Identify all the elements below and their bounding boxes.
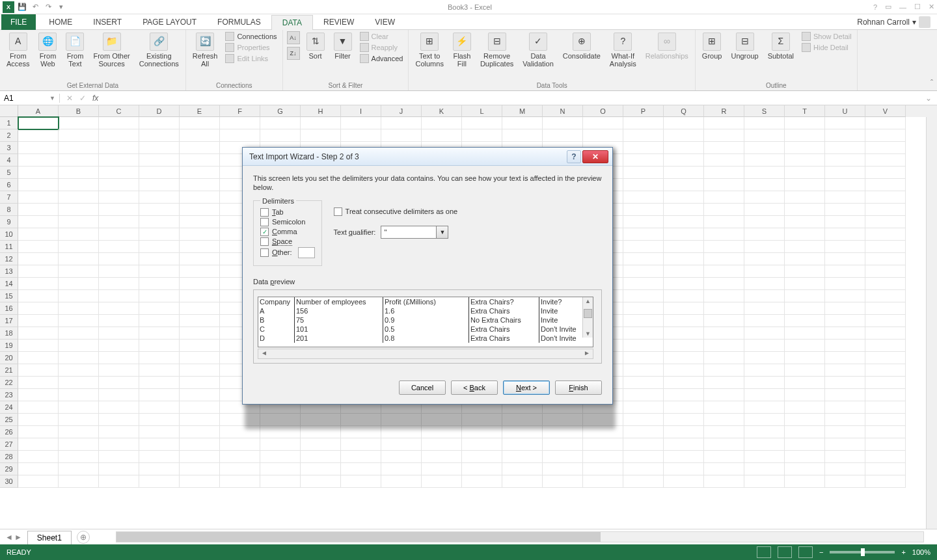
- cell[interactable]: [825, 414, 865, 426]
- cell[interactable]: [825, 142, 865, 154]
- cell[interactable]: [825, 340, 865, 352]
- cell[interactable]: [865, 389, 906, 401]
- cell[interactable]: [664, 265, 704, 278]
- cell[interactable]: [422, 117, 462, 129]
- data-validation-button[interactable]: ✓Data Validation: [520, 31, 556, 69]
- cell[interactable]: [744, 204, 785, 216]
- cell[interactable]: [825, 401, 865, 414]
- cell[interactable]: [623, 179, 664, 191]
- column-header[interactable]: R: [704, 105, 744, 117]
- cell[interactable]: [180, 204, 220, 216]
- cell[interactable]: [59, 389, 99, 401]
- cell[interactable]: [180, 167, 220, 179]
- cell[interactable]: [825, 265, 865, 278]
- row-header[interactable]: 16: [0, 302, 18, 315]
- cell[interactable]: [865, 451, 906, 463]
- cell[interactable]: [18, 463, 59, 475]
- cell[interactable]: [99, 204, 139, 216]
- cell[interactable]: [865, 179, 906, 191]
- relationships-button[interactable]: ∞Relationships: [643, 31, 691, 61]
- cell[interactable]: [180, 315, 220, 327]
- cell[interactable]: [825, 475, 865, 488]
- row-header[interactable]: 20: [0, 352, 18, 364]
- cell[interactable]: [139, 129, 180, 142]
- row-header[interactable]: 10: [0, 228, 18, 241]
- cell[interactable]: [623, 463, 664, 475]
- column-header[interactable]: T: [785, 105, 825, 117]
- cancel-button[interactable]: Cancel: [399, 380, 446, 395]
- cell[interactable]: [664, 451, 704, 463]
- cell[interactable]: [704, 426, 744, 438]
- reapply-button[interactable]: Reapply: [359, 42, 405, 53]
- cell[interactable]: [785, 327, 825, 340]
- cell[interactable]: [623, 426, 664, 438]
- cell[interactable]: [139, 142, 180, 154]
- cell[interactable]: [825, 302, 865, 315]
- row-header[interactable]: 30: [0, 475, 18, 488]
- cell[interactable]: [59, 451, 99, 463]
- cell[interactable]: [139, 340, 180, 352]
- cell[interactable]: [664, 167, 704, 179]
- cell[interactable]: [865, 191, 906, 204]
- cell[interactable]: [18, 364, 59, 377]
- cell[interactable]: [744, 241, 785, 253]
- cell[interactable]: [865, 241, 906, 253]
- cell[interactable]: [664, 228, 704, 241]
- cell[interactable]: [825, 154, 865, 167]
- column-header[interactable]: D: [139, 105, 180, 117]
- cell[interactable]: [825, 179, 865, 191]
- cell[interactable]: [704, 414, 744, 426]
- dialog-help-button[interactable]: ?: [567, 150, 581, 163]
- cell[interactable]: [462, 475, 502, 488]
- cell[interactable]: [664, 315, 704, 327]
- cell[interactable]: [301, 463, 341, 475]
- cell[interactable]: [99, 179, 139, 191]
- cell[interactable]: [99, 389, 139, 401]
- cell[interactable]: [744, 179, 785, 191]
- column-header[interactable]: C: [99, 105, 139, 117]
- cell[interactable]: [664, 302, 704, 315]
- cell[interactable]: [623, 389, 664, 401]
- cell[interactable]: [381, 117, 422, 129]
- cell[interactable]: [744, 315, 785, 327]
- cell[interactable]: [18, 451, 59, 463]
- cell[interactable]: [422, 451, 462, 463]
- cell[interactable]: [664, 364, 704, 377]
- cell[interactable]: [785, 401, 825, 414]
- tab-home[interactable]: HOME: [38, 14, 83, 30]
- cell[interactable]: [180, 327, 220, 340]
- cell[interactable]: [664, 401, 704, 414]
- cell[interactable]: [623, 377, 664, 389]
- row-header[interactable]: 9: [0, 216, 18, 228]
- column-header[interactable]: H: [301, 105, 341, 117]
- cell[interactable]: [744, 129, 785, 142]
- consolidate-button[interactable]: ⊕Consolidate: [560, 31, 603, 61]
- cell[interactable]: [381, 475, 422, 488]
- cell[interactable]: [865, 204, 906, 216]
- cell[interactable]: [785, 241, 825, 253]
- cell[interactable]: [59, 426, 99, 438]
- cell[interactable]: [785, 463, 825, 475]
- cell[interactable]: [59, 179, 99, 191]
- cell[interactable]: [785, 340, 825, 352]
- cell[interactable]: [785, 352, 825, 364]
- cell[interactable]: [59, 377, 99, 389]
- column-header[interactable]: S: [744, 105, 785, 117]
- cell[interactable]: [664, 414, 704, 426]
- cell[interactable]: [825, 327, 865, 340]
- other-delimiter-input[interactable]: [298, 247, 315, 258]
- row-header[interactable]: 5: [0, 167, 18, 179]
- cell[interactable]: [18, 475, 59, 488]
- row-header[interactable]: 4: [0, 154, 18, 167]
- cell[interactable]: [301, 475, 341, 488]
- cell[interactable]: [744, 451, 785, 463]
- cell[interactable]: [139, 463, 180, 475]
- cell[interactable]: [664, 204, 704, 216]
- cell[interactable]: [704, 327, 744, 340]
- cell[interactable]: [180, 426, 220, 438]
- cell[interactable]: [139, 253, 180, 265]
- row-header[interactable]: 13: [0, 265, 18, 278]
- cell[interactable]: [99, 167, 139, 179]
- cell[interactable]: [704, 241, 744, 253]
- cell[interactable]: [704, 438, 744, 451]
